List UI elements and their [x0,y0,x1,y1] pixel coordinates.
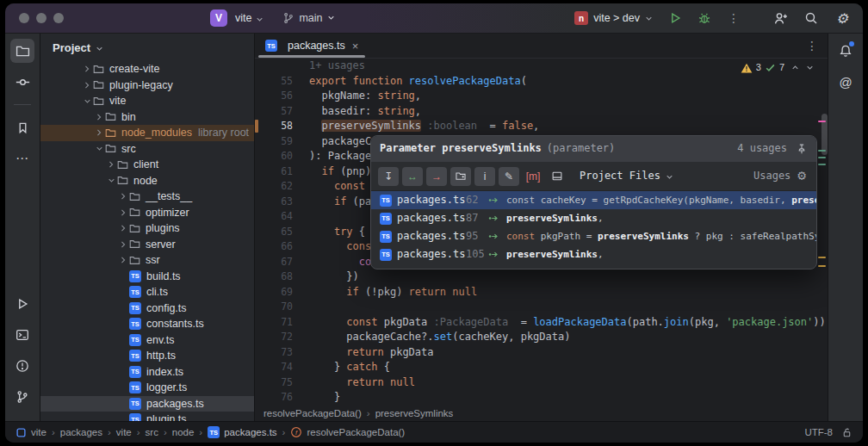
run-configuration[interactable]: n vite > dev [574,11,653,25]
chevron-right-icon[interactable] [81,81,93,90]
tree-item-ssr[interactable]: ssr [40,252,254,269]
folder-icon [93,64,104,75]
problems-icon-button[interactable] [10,354,34,378]
status-breadcrumb-item[interactable]: node [172,427,195,437]
group-by-file-icon-button[interactable] [450,167,471,186]
main-area: ⋯ Project create-viteplugin-legacyvitebi… [5,34,863,421]
usage-row[interactable]: TSpackages.ts105preserveSymlinks, [371,245,816,263]
tree-item-label: plugins [146,222,180,234]
tree-item-plugin-ts[interactable]: TSplugin.ts [40,412,254,421]
status-breadcrumb-item[interactable]: vite [116,427,132,437]
chevron-down-icon [96,45,103,53]
code-editor[interactable]: 3 7 1+ usages55export function resolvePa… [255,59,828,406]
highlight-usages-icon-button[interactable]: ✎ [499,167,519,186]
editor-breadcrumb-item[interactable]: resolvePackageData() [264,408,362,418]
chevron-down-icon[interactable] [93,145,105,152]
chevron-right-icon[interactable] [93,128,105,137]
tree-item-bin[interactable]: bin [40,109,254,126]
chevron-right-icon[interactable] [81,65,93,73]
chevron-right-icon[interactable] [117,192,129,201]
tree-item-config-ts[interactable]: TSconfig.ts [40,300,254,317]
status-breadcrumb-item[interactable]: packages [60,427,102,437]
project-panel-header[interactable]: Project [40,34,254,61]
tree-item-cli-ts[interactable]: TScli.ts [40,284,254,300]
usage-row[interactable]: TSpackages.ts87preserveSymlinks, [371,209,816,227]
chevron-down-icon[interactable] [105,177,117,184]
project-folder-icon-button[interactable] [10,39,34,63]
more-icon-button[interactable]: ⋯ [10,146,34,170]
folder-icon [129,255,140,266]
tree-item-logger-ts[interactable]: TSlogger.ts [40,380,254,396]
branch-menu[interactable]: main [282,12,334,24]
tree-item-plugin-legacy[interactable]: plugin-legacy [40,77,254,94]
notifications-icon-button[interactable] [834,39,858,63]
run-button[interactable] [665,8,685,28]
run-icon-button[interactable] [10,292,34,316]
add-user-button[interactable] [770,8,790,28]
chevron-right-icon[interactable] [93,113,105,121]
commit-icon-button[interactable] [10,70,34,94]
chevron-right-icon[interactable] [117,240,129,249]
tree-item-create-vite[interactable]: create-vite [40,61,254,77]
zoom-window-button[interactable] [53,13,64,23]
unlock-icon[interactable] [841,427,852,438]
tree-item-src[interactable]: src [40,141,254,158]
show-info-icon-button[interactable]: i [474,167,495,186]
ai-assistant-icon-button[interactable]: @ [834,70,858,94]
tree-item-vite[interactable]: vite [40,93,254,109]
version-control-icon-button[interactable] [10,385,34,409]
chevron-down-icon[interactable] [81,97,93,105]
passed-count: 7 [779,60,784,76]
tree-item-plugins[interactable]: plugins [40,220,254,237]
tree-item-server[interactable]: server [40,237,254,253]
usage-row[interactable]: TSpackages.ts62const cacheKey = getRpdCa… [371,191,816,209]
tree-item-node-modules[interactable]: node_moduleslibrary root [40,125,254,141]
tab-packages-ts[interactable]: TS packages.ts × [255,34,369,58]
close-tab-icon[interactable]: × [352,40,359,53]
file-encoding[interactable]: UTF-8 [804,427,833,437]
chevron-right-icon[interactable] [117,208,129,217]
gear-icon[interactable]: ⚙ [797,168,806,185]
chevron-right-icon[interactable] [117,256,129,264]
chevron-right-icon[interactable] [117,224,129,232]
status-breadcrumb-item[interactable]: TSpackages.ts [208,426,276,438]
next-problem-icon[interactable] [806,64,814,71]
method-matches-icon-button[interactable]: [m] [523,167,543,186]
tree-item-packages-ts[interactable]: TSpackages.ts [40,396,254,412]
write-access-icon-button[interactable]: → [426,167,447,186]
status-breadcrumb-item[interactable]: vite [16,427,46,438]
read-access-icon-button[interactable]: ↔ [402,167,423,186]
debug-button[interactable] [694,8,715,28]
status-breadcrumb-item[interactable]: fresolvePackageData() [290,426,405,438]
editor-options-button[interactable]: ⋮ [806,39,819,53]
tree-item-node[interactable]: node [40,173,254,189]
minimize-window-button[interactable] [36,13,46,23]
tree-item-optimizer[interactable]: optimizer [40,205,254,221]
project-menu[interactable]: vite [235,12,264,24]
previous-problem-icon[interactable] [791,64,799,71]
usage-row[interactable]: TSpackages.ts95const pkgPath = preserveS… [371,227,816,245]
preview-usages-icon-button[interactable]: ↧ [378,167,399,186]
status-breadcrumb-item[interactable]: src [146,427,158,437]
tree-item-http-ts[interactable]: TShttp.ts [40,348,254,364]
bookmarks-icon-button[interactable] [10,115,34,139]
pin-icon[interactable] [796,143,808,155]
tree-item-constants-ts[interactable]: TSconstants.ts [40,316,254,332]
tree-item-build-ts[interactable]: TSbuild.ts [40,269,254,285]
chevron-down-icon [256,15,264,23]
chevron-right-icon[interactable] [105,160,117,169]
scope-selector[interactable]: Project Files [580,169,673,184]
editor-breadcrumb-item[interactable]: preserveSymlinks [375,408,454,418]
preview-panel-icon-button[interactable] [547,167,567,186]
tree-item-env-ts[interactable]: TSenv.ts [40,332,254,349]
more-actions-button[interactable]: ⋮ [723,8,744,28]
close-window-button[interactable] [19,13,29,23]
search-everywhere-button[interactable] [801,8,822,28]
tree-item--tests-[interactable]: __tests__ [40,189,254,205]
settings-button[interactable]: ⚙ [832,8,852,28]
code-text: } catch { [293,360,390,375]
terminal-icon-button[interactable] [10,323,34,347]
tree-item-client[interactable]: client [40,157,254,173]
tree-item-index-ts[interactable]: TSindex.ts [40,364,254,381]
inspections-widget[interactable]: 3 7 [741,60,814,76]
